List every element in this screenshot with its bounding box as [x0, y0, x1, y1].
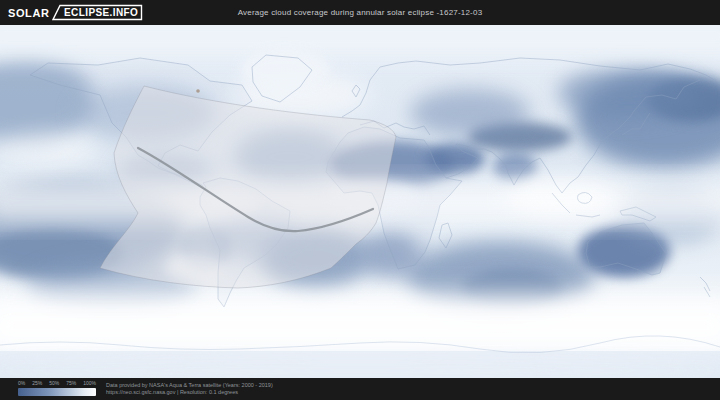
logo-text-eclipse-info: ECLIPSE.INFO	[64, 7, 138, 18]
legend-label: 0%	[18, 381, 25, 386]
attribution-line-1: Data provided by NASA's Aqua & Terra sat…	[106, 382, 273, 389]
legend-label: 100%	[83, 381, 96, 386]
cloud-coverage-legend: 0% 25% 50% 75% 100%	[18, 381, 96, 396]
legend-label: 75%	[66, 381, 76, 386]
legend-label: 50%	[49, 381, 59, 386]
logo-text-solar: SOLAR	[8, 7, 50, 19]
logo-badge-icon: ECLIPSE.INFO	[51, 4, 143, 21]
map-container	[0, 25, 720, 378]
legend-label: 25%	[32, 381, 42, 386]
bottom-bar: 0% 25% 50% 75% 100% Data provided by NAS…	[0, 378, 720, 400]
site-logo[interactable]: SOLAR ECLIPSE.INFO	[8, 4, 143, 21]
data-attribution: Data provided by NASA's Aqua & Terra sat…	[106, 382, 273, 396]
attribution-line-2: https://neo.sci.gsfc.nasa.gov | Resoluti…	[106, 389, 273, 396]
legend-gradient-bar	[18, 388, 96, 396]
marker-dot	[196, 89, 200, 93]
world-cloud-map	[0, 25, 720, 378]
top-bar: Average cloud coverage during annular so…	[0, 0, 720, 25]
legend-labels: 0% 25% 50% 75% 100%	[18, 381, 96, 386]
